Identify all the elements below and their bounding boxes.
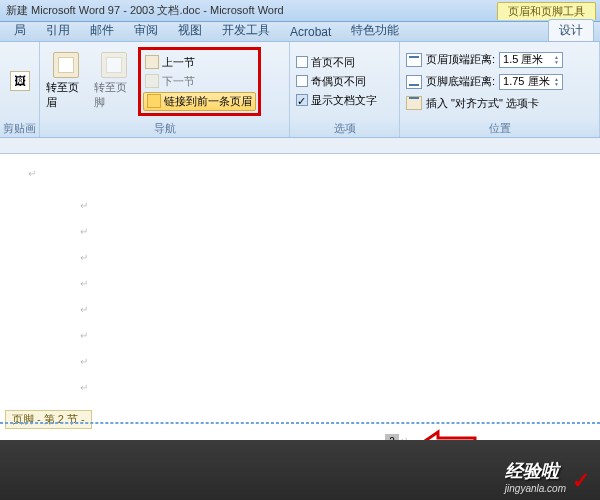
prev-section-button[interactable]: 上一节: [143, 54, 256, 71]
spinner-icon[interactable]: ▲▼: [554, 55, 559, 65]
tab-view[interactable]: 视图: [168, 20, 212, 41]
brand-subtext: jingyanla.com: [505, 483, 566, 494]
paragraph-mark: ↵: [80, 356, 88, 367]
paragraph-mark: ↵: [80, 226, 88, 237]
first-page-diff-label: 首页不同: [311, 55, 355, 70]
show-document-text-checkbox[interactable]: ✓ 显示文档文字: [294, 92, 379, 109]
show-doc-text-label: 显示文档文字: [311, 93, 377, 108]
header-distance-value: 1.5 厘米: [503, 52, 543, 67]
next-section-label: 下一节: [162, 74, 195, 89]
title-bar: 新建 Microsoft Word 97 - 2003 文档.doc - Mic…: [0, 0, 600, 22]
header-distance-input[interactable]: 1.5 厘米 ▲▼: [499, 52, 563, 68]
group-position-label: 位置: [400, 120, 599, 137]
header-distance-icon: [406, 53, 422, 67]
ribbon-tabs: 局 引用 邮件 审阅 视图 开发工具 Acrobat 特色功能 设计: [0, 22, 600, 42]
paragraph-mark: ↵: [80, 382, 88, 393]
prev-section-label: 上一节: [162, 55, 195, 70]
footer-distance-icon: [406, 75, 422, 89]
tab-review[interactable]: 审阅: [124, 20, 168, 41]
group-nav-label: 导航: [40, 120, 289, 137]
next-section-button[interactable]: 下一节: [143, 73, 256, 90]
group-clipart-label: 剪贴画: [0, 120, 39, 137]
odd-even-diff-label: 奇偶页不同: [311, 74, 366, 89]
document-area[interactable]: ↵ ↵ ↵ ↵ ↵ ↵ ↵ ↵ ↵ 页脚 - 第 2 节 - 2 ↵ ↵: [0, 154, 600, 474]
goto-header-icon: [53, 52, 79, 78]
document-title: 新建 Microsoft Word 97 - 2003 文档.doc - Mic…: [0, 3, 284, 18]
spinner-icon[interactable]: ▲▼: [554, 77, 559, 87]
footer-section-tag: 页脚 - 第 2 节 -: [5, 410, 92, 429]
tab-reference[interactable]: 引用: [36, 20, 80, 41]
footer-distance-value: 1.75 厘米: [503, 74, 549, 89]
clipart-button[interactable]: 🖼: [4, 71, 35, 91]
tab-special[interactable]: 特色功能: [341, 20, 409, 41]
footer-distance-label: 页脚底端距离:: [426, 74, 495, 89]
paragraph-mark: ↵: [80, 200, 88, 211]
contextual-tab-header-footer: 页眉和页脚工具: [497, 2, 596, 20]
odd-even-different-checkbox[interactable]: 奇偶页不同: [294, 73, 379, 90]
group-options-label: 选项: [290, 120, 399, 137]
ruler: [0, 138, 600, 154]
insert-alignment-tab-button[interactable]: 插入 "对齐方式" 选项卡: [404, 95, 541, 112]
first-page-different-checkbox[interactable]: 首页不同: [294, 54, 379, 71]
page-separator: [0, 422, 600, 424]
link-to-previous-label: 链接到前一条页眉: [164, 94, 252, 109]
ribbon: 🖼 剪贴画 转至页眉 转至页脚 上一节: [0, 42, 600, 138]
brand-text: 经验啦: [505, 459, 566, 483]
red-highlight-box: 上一节 下一节 链接到前一条页眉: [138, 47, 261, 116]
goto-header-label: 转至页眉: [46, 80, 86, 110]
link-to-previous-button[interactable]: 链接到前一条页眉: [143, 92, 256, 111]
paragraph-mark: ↵: [80, 304, 88, 315]
goto-footer-button[interactable]: 转至页脚: [92, 50, 136, 112]
goto-header-button[interactable]: 转至页眉: [44, 50, 88, 112]
tab-acrobat[interactable]: Acrobat: [280, 23, 341, 41]
prev-section-icon: [145, 55, 159, 69]
align-tab-icon: [406, 96, 422, 110]
checkbox-icon: ✓: [296, 94, 308, 106]
clipart-icon: 🖼: [10, 71, 30, 91]
next-section-icon: [145, 74, 159, 88]
paragraph-mark: ↵: [80, 252, 88, 263]
paragraph-mark: ↵: [28, 168, 36, 179]
watermark-bar: 经验啦 jingyanla.com ✓: [0, 440, 600, 500]
tab-mail[interactable]: 邮件: [80, 20, 124, 41]
insert-alignment-tab-label: 插入 "对齐方式" 选项卡: [426, 96, 539, 111]
brand-checkmark-icon: ✓: [572, 468, 590, 494]
footer-distance-input[interactable]: 1.75 厘米 ▲▼: [499, 74, 563, 90]
goto-footer-label: 转至页脚: [94, 80, 134, 110]
checkbox-icon: [296, 75, 308, 87]
header-distance-label: 页眉顶端距离:: [426, 52, 495, 67]
tab-layout[interactable]: 局: [4, 20, 36, 41]
tab-dev[interactable]: 开发工具: [212, 20, 280, 41]
paragraph-mark: ↵: [80, 330, 88, 341]
link-to-previous-icon: [147, 94, 161, 108]
tab-design[interactable]: 设计: [548, 19, 594, 41]
checkbox-icon: [296, 56, 308, 68]
paragraph-mark: ↵: [80, 278, 88, 289]
goto-footer-icon: [101, 52, 127, 78]
